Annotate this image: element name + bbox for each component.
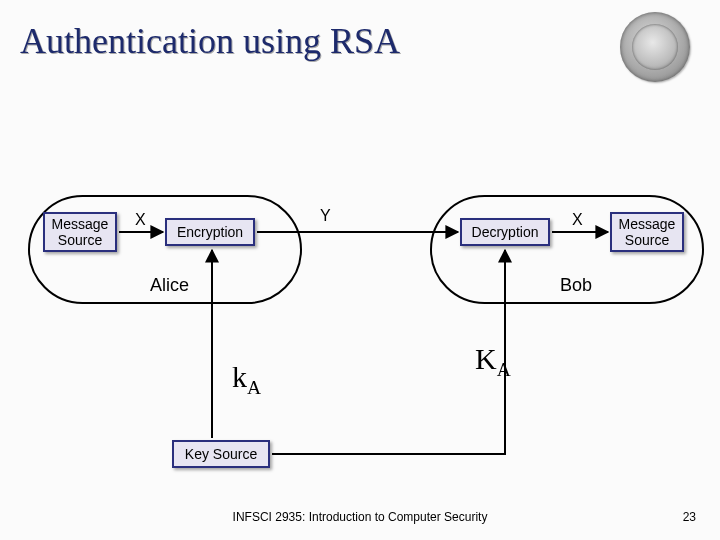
decryption-box: Decryption [460, 218, 550, 246]
encryption-box: Encryption [165, 218, 255, 246]
message-source-right-label: MessageSource [619, 216, 676, 248]
private-key-sub: A [247, 377, 261, 398]
seal-icon [620, 12, 690, 82]
page-number: 23 [683, 510, 696, 524]
x-right-label: X [572, 211, 583, 229]
key-source-box: Key Source [172, 440, 270, 468]
slide: Authentication using RSA MessageSource E… [0, 0, 720, 540]
public-key-sub: A [497, 359, 511, 380]
private-key-base: k [232, 360, 247, 393]
public-key-label: KA [475, 342, 511, 381]
encryption-label: Encryption [177, 224, 243, 240]
public-key-base: K [475, 342, 497, 375]
alice-label: Alice [150, 275, 189, 296]
message-source-left: MessageSource [43, 212, 117, 252]
message-source-right: MessageSource [610, 212, 684, 252]
decryption-label: Decryption [472, 224, 539, 240]
y-label: Y [320, 207, 331, 225]
private-key-label: kA [232, 360, 261, 399]
footer-course: INFSCI 2935: Introduction to Computer Se… [0, 510, 720, 524]
x-left-label: X [135, 211, 146, 229]
message-source-left-label: MessageSource [52, 216, 109, 248]
key-source-label: Key Source [185, 446, 257, 462]
slide-title: Authentication using RSA [20, 20, 400, 62]
bob-label: Bob [560, 275, 592, 296]
